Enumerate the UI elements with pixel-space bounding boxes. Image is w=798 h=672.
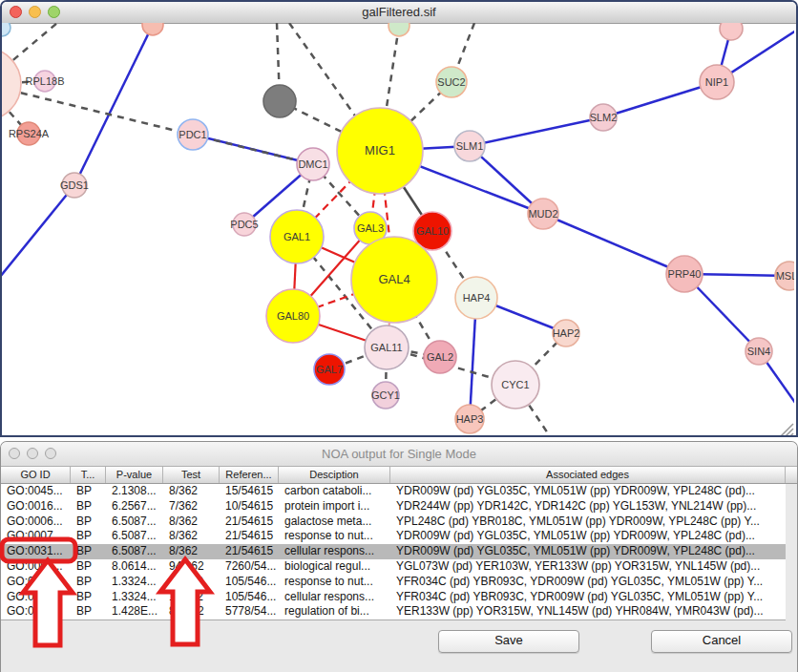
- network-edge[interactable]: [470, 117, 603, 146]
- table-cell: 6.5087...: [106, 514, 163, 530]
- node-label-SIN4: SIN4: [747, 346, 770, 357]
- table-cell: YGL073W (pd) YER103W, YER133W (pp) YOR31…: [390, 559, 786, 575]
- table-cell: BP: [71, 499, 106, 514]
- table-cell: GO:0031...: [1, 590, 71, 605]
- network-node-bigleft[interactable]: [2, 48, 21, 120]
- node-label-MUD2: MUD2: [528, 208, 557, 220]
- noa-window-titlebar[interactable]: NOA output for Single Mode: [1, 442, 797, 467]
- table-cell: 1.3324...: [106, 590, 163, 605]
- table-row[interactable]: GO:0050...BP1.428E...80/3625778/54...reg…: [1, 604, 786, 620]
- table-cell: 11/362: [163, 575, 220, 590]
- noa-window-title: NOA output for Single Mode: [1, 447, 797, 461]
- column-header-test[interactable]: Test: [163, 467, 220, 483]
- table-cell: 15/54615: [220, 484, 279, 499]
- table-cell: biological regul...: [279, 559, 390, 575]
- node-label-GAL1: GAL1: [284, 231, 310, 242]
- table-cell: protein import i...: [279, 499, 390, 514]
- table-cell: 11/362: [163, 590, 220, 605]
- node-label-RPS24A: RPS24A: [9, 128, 50, 139]
- node-label-HAP4: HAP4: [463, 292, 491, 304]
- table-row[interactable]: GO:0065...BP8.0614...94/3627260/54...bio…: [1, 559, 786, 575]
- table-cell: GO:0007...: [1, 529, 71, 544]
- node-label-PDC1: PDC1: [178, 129, 206, 140]
- table-cell: YDR009W (pd) YGL035C, YML051W (pp) YDR00…: [390, 544, 786, 559]
- network-edge[interactable]: [543, 214, 684, 274]
- node-label-SUC2: SUC2: [437, 76, 465, 88]
- table-row[interactable]: GO:0031...BP1.3324...11/362105/546...cel…: [1, 590, 786, 605]
- node-label-PRP40: PRP40: [668, 268, 702, 280]
- table-cell: YFR034C (pd) YBR093C, YDR009W (pd) YGL03…: [390, 575, 786, 590]
- table-cell: galactose meta...: [279, 514, 390, 530]
- node-label-GCY1: GCY1: [371, 389, 400, 401]
- table-cell: BP: [71, 559, 106, 575]
- table-cell: BP: [71, 544, 106, 559]
- column-header-referen-[interactable]: Referen...: [220, 467, 279, 483]
- network-node-toppink[interactable]: [720, 23, 743, 40]
- table-cell: GO:0065...: [1, 559, 71, 575]
- table-cell: cellular respons...: [279, 590, 390, 605]
- table-cell: 8/362: [163, 514, 220, 530]
- table-cell: 7260/54...: [220, 559, 279, 575]
- node-label-GAL4: GAL4: [378, 272, 410, 286]
- table-cell: 6.5087...: [106, 544, 163, 559]
- table-cell: GO:0016...: [1, 499, 71, 514]
- node-label-GDS1: GDS1: [60, 179, 89, 191]
- save-button[interactable]: Save: [438, 630, 579, 653]
- node-label-MIG1: MIG1: [365, 143, 395, 158]
- table-row[interactable]: GO:0016...BP6.2567...7/36210/54615protei…: [1, 499, 786, 514]
- node-label-MSL1: MSL1: [776, 270, 794, 282]
- network-node-topgreen[interactable]: [388, 23, 410, 36]
- table-cell: 8/362: [163, 529, 220, 544]
- table-cell: 6.5087...: [106, 529, 163, 544]
- node-label-GAL11: GAL11: [370, 342, 402, 353]
- graph-window: galFiltered.sif RPL18BRPS24AGDS1PDC1PDC5…: [0, 0, 798, 437]
- network-node-darknode[interactable]: [263, 85, 296, 117]
- table-cell: YER133W (pp) YOR315W, YNL145W (pd) YHR08…: [390, 604, 786, 620]
- table-cell: BP: [71, 590, 106, 605]
- column-header-associated-edges[interactable]: Associated edges: [390, 467, 786, 483]
- node-label-GAL10: GAL10: [416, 225, 449, 237]
- graph-window-titlebar[interactable]: galFiltered.sif: [2, 2, 796, 24]
- table-row[interactable]: GO:0031...BP1.3324...11/362105/546...res…: [1, 575, 786, 590]
- table-cell: 7/362: [163, 499, 220, 514]
- node-label-RPL18B: RPL18B: [26, 75, 65, 87]
- network-node-cornerblue[interactable]: [2, 23, 10, 36]
- table-cell: YFR034C (pd) YBR093C, YDR009W (pd) YGL03…: [390, 590, 786, 605]
- table-row[interactable]: GO:0045...BP2.1308...8/36215/54615carbon…: [1, 484, 786, 499]
- table-cell: GO:0031...: [1, 575, 71, 590]
- table-cell: 8.0614...: [106, 559, 163, 575]
- table-cell: YPL248C (pd) YBR018C, YML051W (pp) YDR00…: [390, 514, 786, 530]
- table-cell: BP: [71, 484, 106, 499]
- column-header-go-id[interactable]: GO ID: [1, 467, 71, 483]
- node-label-PDC5: PDC5: [230, 219, 258, 230]
- column-header-p-value[interactable]: P-value: [106, 467, 163, 483]
- node-label-GAL3: GAL3: [357, 222, 384, 234]
- table-cell: GO:0050...: [1, 604, 71, 620]
- table-row[interactable]: GO:0007...BP6.5087...8/36221/54615respon…: [1, 529, 786, 544]
- table-cell: YDR244W (pp) YDR142C, YDR142C (pp) YGL15…: [390, 499, 786, 514]
- table-cell: response to nut...: [279, 575, 390, 590]
- node-label-HAP3: HAP3: [456, 413, 484, 425]
- table-row[interactable]: GO:0031...BP6.5087...8/36221/54615cellul…: [1, 544, 786, 559]
- table-row[interactable]: GO:0006...BP6.5087...8/36221/54615galact…: [1, 514, 786, 530]
- column-header-t-[interactable]: T...: [71, 467, 106, 483]
- network-node-topsalmon[interactable]: [142, 23, 163, 35]
- table-cell: 105/546...: [220, 590, 279, 605]
- table-cell: BP: [71, 529, 106, 544]
- table-cell: 1.428E...: [106, 604, 163, 620]
- node-label-DMC1: DMC1: [298, 158, 327, 170]
- table-cell: GO:0045...: [1, 484, 71, 499]
- network-edge[interactable]: [2, 185, 74, 277]
- network-edge[interactable]: [74, 25, 153, 185]
- table-cell: 21/54615: [220, 514, 279, 530]
- table-cell: cellular respons...: [279, 544, 390, 559]
- node-label-GAL80: GAL80: [277, 310, 309, 322]
- resize-grip-icon[interactable]: [781, 424, 793, 435]
- cancel-button[interactable]: Cancel: [651, 630, 792, 653]
- results-table: GO:0045...BP2.1308...8/36215/54615carbon…: [1, 484, 786, 620]
- table-cell: 21/54615: [220, 544, 279, 559]
- column-header-desciption[interactable]: Desciption: [279, 467, 390, 483]
- table-cell: BP: [71, 604, 106, 620]
- node-label-GAL7: GAL7: [316, 364, 343, 375]
- network-canvas[interactable]: RPL18BRPS24AGDS1PDC1PDC5DMC1MIG1SUC2SLM1…: [2, 23, 794, 435]
